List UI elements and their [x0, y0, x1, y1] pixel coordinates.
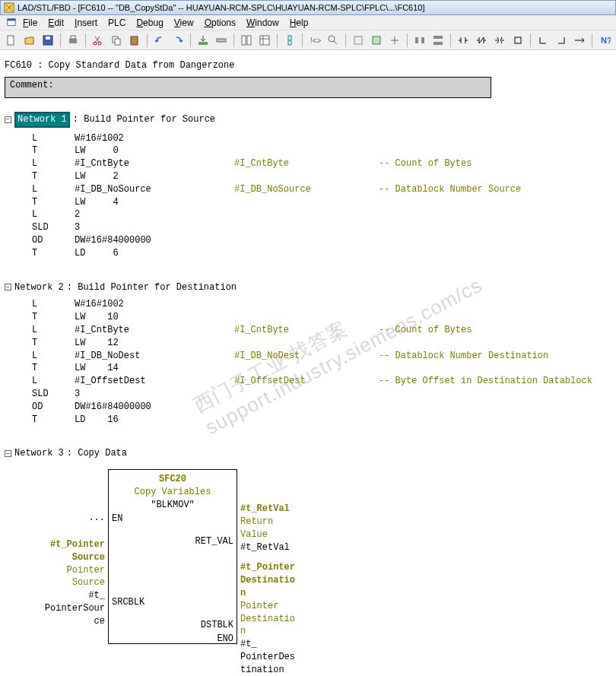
pin-dstblk: DSTBLK: [201, 619, 233, 632]
window-titlebar: LAD/STL/FBD - [FC610 -- "DB_CopyStDa" --…: [0, 0, 616, 15]
paste-button[interactable]: [126, 32, 143, 49]
new-button[interactable]: [3, 32, 20, 49]
stl-line[interactable]: TLW 10: [32, 311, 611, 324]
search-button[interactable]: [325, 32, 341, 49]
toolbar-separator: [60, 33, 61, 47]
redo-button[interactable]: [170, 32, 186, 49]
stl-line[interactable]: L#I_CntByte#I_CntByte-- Count of Bytes: [32, 324, 611, 337]
contact-nc-button[interactable]: [473, 32, 490, 49]
stl-line[interactable]: L2: [32, 208, 611, 221]
stl-line[interactable]: L#I_DB_NoDest#I_DB_NoDest-- Datablock Nu…: [32, 350, 611, 363]
box-button[interactable]: [510, 32, 526, 49]
stl-line[interactable]: TLW 0: [32, 144, 611, 157]
contact-no-button[interactable]: [455, 32, 472, 49]
save-button[interactable]: [40, 32, 56, 49]
stl-line[interactable]: TLW 14: [32, 362, 611, 375]
stl-line[interactable]: TLW 4: [32, 196, 611, 209]
srcblk-desc: PointerSource: [67, 564, 105, 590]
monitor-button[interactable]: [281, 32, 298, 49]
svg-rect-13: [132, 36, 136, 38]
block-symbol: "BLKMOV": [109, 499, 237, 512]
stl-line[interactable]: L#I_CntByte#I_CntByte-- Count of Bytes: [32, 157, 611, 170]
network-button[interactable]: [213, 32, 230, 49]
tool-e[interactable]: [430, 32, 446, 49]
stl-line[interactable]: TLW 12: [32, 337, 611, 350]
comment-label: Comment:: [10, 80, 54, 90]
collapse-toggle[interactable]: −: [5, 450, 11, 457]
network-title: : Copy Data: [67, 447, 127, 460]
block-name: SFC20: [109, 470, 237, 486]
goto-button[interactable]: !<>!: [306, 32, 323, 49]
open-button[interactable]: [21, 32, 38, 49]
stl-line[interactable]: TLW 2: [32, 170, 611, 183]
en-signal: ...: [88, 512, 105, 525]
menu-debug[interactable]: Debug: [136, 17, 163, 28]
svg-rect-32: [515, 37, 521, 43]
download-button[interactable]: [195, 32, 211, 49]
tool-d[interactable]: [411, 32, 428, 49]
sfc20-block[interactable]: SFC20 Copy Variables "BLKMOV" EN SRCBLK …: [108, 469, 237, 644]
svg-rect-17: [247, 36, 251, 45]
copy-button[interactable]: [108, 32, 125, 49]
block-desc: Copy Variables: [109, 486, 237, 499]
network-2: −Network 2: Build Pointer for Destinatio…: [5, 281, 611, 427]
menu-help[interactable]: Help: [290, 17, 309, 28]
collapse-toggle[interactable]: −: [5, 284, 11, 290]
stl-line[interactable]: TLD 6: [32, 247, 611, 260]
branch-close-button[interactable]: [553, 32, 570, 49]
tool-b[interactable]: [368, 32, 385, 49]
menu-plc[interactable]: PLC: [108, 17, 125, 28]
svg-text:!<>!: !<>!: [310, 36, 321, 45]
svg-rect-30: [433, 36, 443, 39]
network-label: Network 1: [14, 112, 70, 128]
menu-edit[interactable]: Edit: [48, 17, 64, 28]
stl-line[interactable]: L#I_DB_NoSource#I_DB_NoSource-- Databloc…: [32, 183, 611, 196]
network-3: − Network 3 : Copy Data ... #t_PointerSo…: [5, 447, 611, 676]
help-button[interactable]: N?: [596, 32, 613, 49]
network-label: Network 2: [14, 281, 64, 294]
svg-rect-5: [46, 36, 50, 40]
toolbar-separator: [450, 33, 451, 47]
tool-a[interactable]: [350, 32, 367, 49]
stl-line[interactable]: ODDW#16#84000000: [32, 234, 611, 247]
catalog-button[interactable]: [238, 32, 255, 49]
cut-button[interactable]: [90, 32, 106, 49]
menu-insert[interactable]: Insert: [75, 17, 97, 28]
branch-open-button[interactable]: [535, 32, 551, 49]
menu-bar: File Edit Insert PLC Debug View Options …: [0, 15, 616, 30]
stl-line[interactable]: SLD3: [32, 388, 611, 401]
svg-text:N?: N?: [601, 36, 611, 45]
stl-line[interactable]: ODDW#16#84000000: [32, 401, 611, 414]
coil-button[interactable]: [491, 32, 508, 49]
print-button[interactable]: [65, 32, 81, 49]
toolbar-separator: [85, 33, 86, 47]
stl-line[interactable]: LW#16#1002: [32, 298, 611, 311]
pin-en: EN: [112, 513, 122, 525]
retval-desc: ReturnValue: [240, 516, 329, 541]
stl-line[interactable]: LW#16#1002: [32, 132, 611, 145]
menu-options[interactable]: Options: [205, 17, 236, 28]
toolbar-separator: [302, 33, 303, 47]
app-icon: [4, 2, 14, 13]
dstblk-desc: PointerDestination: [240, 600, 329, 638]
menu-window[interactable]: Window: [246, 17, 279, 28]
toolbar-separator: [233, 33, 234, 47]
undo-button[interactable]: [151, 32, 168, 49]
toolbar-separator: [277, 33, 278, 47]
overview-button[interactable]: [256, 32, 273, 49]
system-menu-icon[interactable]: [6, 17, 17, 28]
menu-view[interactable]: View: [174, 17, 194, 28]
toolbar-separator: [592, 33, 592, 47]
editor-content: FC610 : Copy Standard Data from Dangerzo…: [0, 50, 616, 676]
svg-line-25: [334, 41, 337, 44]
retval-var: #t_RetVal: [240, 503, 329, 516]
stl-line[interactable]: TLD 16: [32, 414, 611, 427]
toolbar-separator: [345, 33, 346, 47]
tool-c[interactable]: [386, 32, 403, 49]
stl-line[interactable]: SLD3: [32, 221, 611, 234]
connection-button[interactable]: [571, 32, 588, 49]
comment-box[interactable]: Comment:: [5, 77, 491, 98]
collapse-toggle[interactable]: −: [5, 116, 11, 123]
menu-file[interactable]: File: [23, 17, 37, 28]
stl-line[interactable]: L#I_OffsetDest#I_OffsetDest-- Byte Offse…: [32, 375, 611, 388]
